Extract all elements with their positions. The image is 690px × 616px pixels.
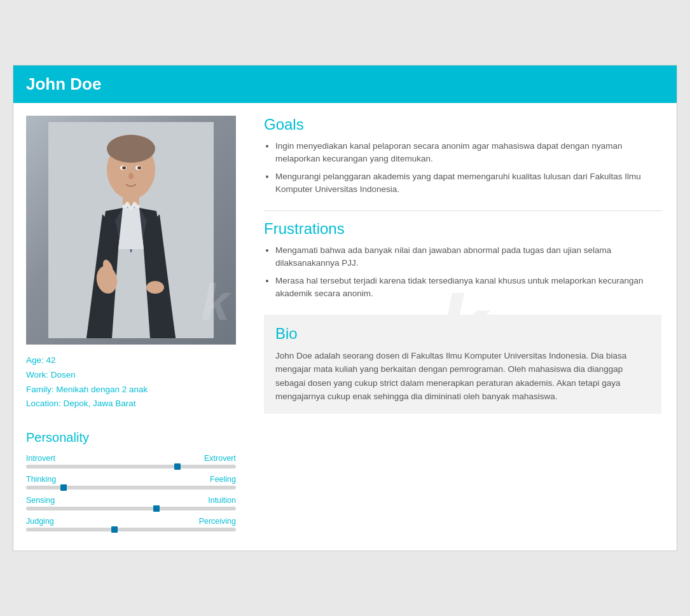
trait-right: Extrovert (204, 454, 236, 463)
traits-container: IntrovertExtrovertThinkingFeelingSensing… (26, 454, 236, 531)
frustrations-title: Frustrations (264, 220, 661, 238)
trait-left: Judging (26, 517, 54, 526)
trait-bar-bg (26, 507, 236, 510)
goals-title: Goals (264, 116, 661, 133)
svg-point-20 (137, 166, 141, 169)
trait-right: Intuition (208, 496, 236, 505)
left-column: k Age: 42 Work: Dosen Family: Menikah de… (13, 103, 249, 551)
body: k Age: 42 Work: Dosen Family: Menikah de… (13, 103, 677, 551)
bio-title: Bio (275, 325, 650, 343)
goals-section: Goals Ingin menyediakan kanal pelaporan … (264, 116, 661, 196)
svg-point-15 (146, 281, 164, 294)
trait-right: Perceiving (199, 517, 236, 526)
goals-list-item: Mengurangi pelanggaran akademis yang dap… (275, 170, 661, 196)
profile-image: k (26, 116, 236, 345)
bio-text: John Doe adalah seorang dosen di Fakulta… (275, 349, 650, 404)
svg-point-21 (128, 173, 134, 179)
trait-labels: JudgingPerceiving (26, 517, 236, 526)
trait-bar-bg (26, 486, 236, 489)
personality-section: Personality IntrovertExtrovertThinkingFe… (26, 430, 236, 531)
svg-marker-10 (118, 208, 144, 249)
frustrations-list-item: Mengamati bahwa ada banyak nilai dan jaw… (275, 244, 661, 270)
work-info: Work: Dosen (26, 368, 236, 383)
info-block: Age: 42 Work: Dosen Family: Menikah deng… (26, 353, 236, 412)
svg-point-16 (107, 135, 155, 163)
person-silhouette (48, 122, 214, 338)
svg-point-19 (122, 166, 126, 169)
trait-row: SensingIntuition (26, 496, 236, 510)
trait-left: Introvert (26, 454, 55, 463)
goals-list: Ingin menyediakan kanal pelaporan secara… (264, 140, 661, 196)
trait-row: IntrovertExtrovert (26, 454, 236, 469)
divider-1 (264, 210, 661, 211)
personality-title: Personality (26, 430, 236, 445)
trait-bar-marker (60, 484, 67, 491)
trait-left: Sensing (26, 496, 55, 505)
frustrations-list-item: Merasa hal tersebut terjadi karena tidak… (275, 275, 661, 301)
trait-left: Thinking (26, 475, 56, 484)
right-column: k Goals Ingin menyediakan kanal pelapora… (249, 103, 677, 551)
trait-row: JudgingPerceiving (26, 517, 236, 531)
goals-list-item: Ingin menyediakan kanal pelaporan secara… (275, 140, 661, 166)
trait-bar-bg (26, 465, 236, 469)
trait-right: Feeling (210, 475, 236, 484)
profile-image-container: k (26, 116, 236, 345)
bio-section: Bio John Doe adalah seorang dosen di Fak… (264, 315, 661, 414)
trait-bar-bg (26, 528, 236, 531)
trait-row: ThinkingFeeling (26, 475, 236, 489)
trait-bar-marker (111, 526, 118, 533)
location-info: Location: Depok, Jawa Barat (26, 397, 236, 411)
frustrations-section: Frustrations Mengamati bahwa ada banyak … (264, 220, 661, 301)
frustrations-list: Mengamati bahwa ada banyak nilai dan jaw… (264, 244, 661, 301)
trait-bar-marker (153, 505, 160, 512)
profile-card: John Doe (13, 65, 677, 552)
family-info: Family: Menikah dengan 2 anak (26, 383, 236, 397)
age-info: Age: 42 (26, 353, 236, 368)
header-title: John Doe (26, 74, 664, 94)
header: John Doe (13, 65, 677, 103)
trait-bar-marker (174, 463, 181, 470)
trait-labels: SensingIntuition (26, 496, 236, 505)
trait-labels: IntrovertExtrovert (26, 454, 236, 463)
trait-labels: ThinkingFeeling (26, 475, 236, 484)
